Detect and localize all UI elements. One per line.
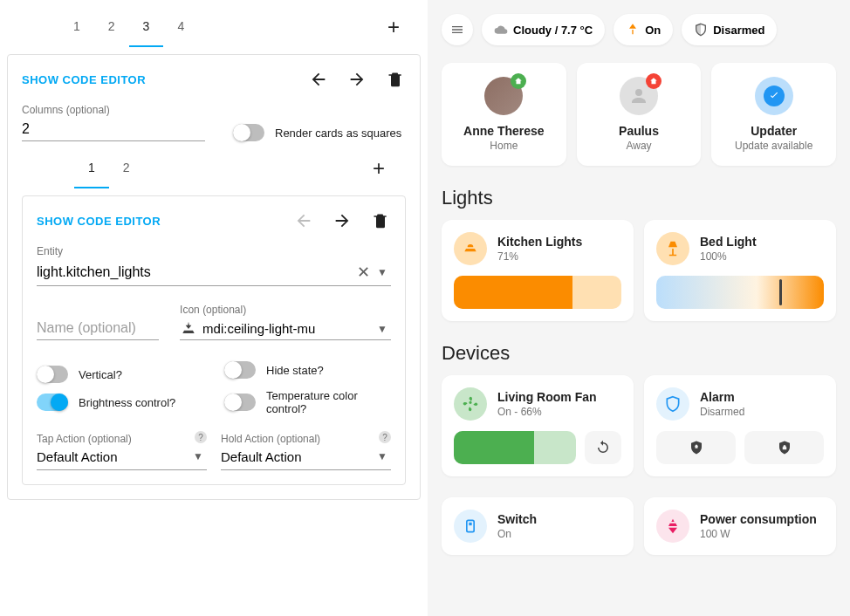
hold-action-label: Hold Action (optional)? [221, 433, 391, 445]
light-card-bed[interactable]: Bed Light 100% [644, 220, 836, 321]
tap-action-select[interactable]: Default Action ▼ [37, 447, 207, 470]
editor-panel: 1 2 3 4 + SHOW CODE EDITOR Columns (opti… [0, 0, 428, 616]
name-input[interactable] [37, 317, 159, 340]
card-sub: 71% [497, 250, 582, 263]
move-left-button[interactable] [308, 69, 329, 90]
help-icon[interactable]: ? [379, 431, 391, 443]
card-title: Power consumption [700, 512, 817, 526]
avatar [755, 77, 793, 115]
entity-label: Entity [37, 245, 391, 257]
hold-action-select[interactable]: Default Action ▼ [221, 447, 391, 470]
move-right-button[interactable] [346, 69, 367, 90]
tab-3[interactable]: 3 [129, 7, 164, 47]
inner-tabs: 1 2 + [22, 148, 406, 188]
inner-add-tab-button[interactable]: + [362, 149, 395, 188]
menu-icon [450, 23, 464, 37]
entity-dropdown-button[interactable]: ▼ [374, 263, 391, 282]
menu-chip[interactable] [442, 14, 473, 45]
tab-2[interactable]: 2 [94, 7, 129, 47]
switch-icon [454, 510, 487, 543]
devices-title: Devices [442, 342, 836, 365]
ceiling-light-icon [454, 232, 487, 265]
svg-rect-1 [469, 523, 471, 525]
person-card-anne[interactable]: Anne Therese Home [442, 63, 566, 166]
icon-dropdown-button[interactable]: ▼ [374, 319, 391, 339]
hide-state-label: Hide state? [266, 364, 324, 377]
card-title: Switch [497, 512, 537, 526]
device-card-fan[interactable]: Living Room Fan On - 66% [442, 375, 634, 476]
columns-label: Columns (optional) [22, 104, 205, 116]
shield-icon [656, 387, 689, 421]
arm-away-button[interactable] [744, 431, 824, 464]
away-badge-icon [646, 73, 661, 89]
hide-state-toggle[interactable] [224, 361, 256, 379]
inner-card-editor: SHOW CODE EDITOR Entity ✕ ▼ Icon (option [22, 195, 406, 485]
columns-input[interactable] [22, 118, 205, 141]
icon-input[interactable] [202, 318, 368, 339]
brightness-label: Brightness control? [79, 396, 175, 409]
inner-move-right-button[interactable] [332, 210, 353, 231]
inner-tab-1[interactable]: 1 [74, 148, 109, 188]
vertical-toggle[interactable] [37, 366, 68, 383]
light-card-kitchen[interactable]: Kitchen Lights 71% [442, 220, 634, 321]
inner-move-left-button[interactable] [293, 210, 314, 231]
tap-action-label: Tap Action (optional)? [37, 433, 207, 445]
tab-1[interactable]: 1 [59, 7, 94, 47]
inner-tab-2[interactable]: 2 [109, 148, 144, 188]
light-chip[interactable]: On [614, 14, 673, 45]
card-sub: 100 W [700, 528, 817, 540]
light-chip-text: On [645, 24, 661, 37]
oscillate-button[interactable] [585, 431, 621, 464]
person-card-updater[interactable]: Updater Update available [711, 63, 836, 166]
inner-delete-button[interactable] [370, 210, 391, 231]
lamp-icon [656, 232, 689, 265]
inner-show-code-button[interactable]: SHOW CODE EDITOR [37, 215, 161, 228]
person-name: Updater [718, 124, 829, 138]
tab-4[interactable]: 4 [163, 7, 198, 47]
vertical-label: Vertical? [79, 368, 122, 381]
lights-title: Lights [442, 187, 836, 209]
person-name: Paulus [584, 124, 695, 138]
cloud-icon [494, 23, 508, 37]
fan-icon [454, 387, 487, 421]
temp-color-toggle[interactable] [224, 394, 256, 411]
card-sub: Disarmed [700, 406, 744, 418]
device-card-switch[interactable]: Switch On [442, 497, 634, 555]
render-squares-toggle[interactable] [233, 124, 264, 141]
temp-color-label: Temperature color control? [266, 389, 391, 415]
svg-rect-0 [467, 520, 474, 531]
lamp-icon [626, 23, 640, 37]
person-status: Home [449, 140, 559, 152]
person-card-paulus[interactable]: Paulus Away [577, 63, 702, 166]
weather-chip[interactable]: Cloudy / 7.7 °C [482, 14, 605, 45]
brightness-slider[interactable] [454, 276, 621, 309]
outer-card-editor: SHOW CODE EDITOR Columns (optional) Rend… [7, 54, 421, 500]
color-temp-slider[interactable] [656, 276, 824, 309]
device-card-power[interactable]: Power consumption 100 W [644, 497, 836, 555]
entity-clear-button[interactable]: ✕ [353, 259, 374, 285]
fan-speed-slider[interactable] [454, 431, 576, 464]
person-status: Away [584, 140, 695, 152]
arm-home-button[interactable] [656, 431, 736, 464]
weather-text: Cloudy / 7.7 °C [513, 24, 593, 37]
person-status: Update available [718, 140, 829, 152]
brightness-toggle[interactable] [37, 394, 68, 411]
alarm-chip-text: Disarmed [713, 24, 764, 37]
icon-label: Icon (optional) [180, 304, 391, 316]
ceiling-light-icon [180, 320, 197, 338]
delete-button[interactable] [385, 69, 406, 90]
card-title: Living Room Fan [497, 390, 597, 404]
help-icon[interactable]: ? [195, 431, 207, 443]
card-title: Alarm [700, 390, 744, 404]
card-sub: 100% [700, 250, 757, 263]
device-card-alarm[interactable]: Alarm Disarmed [644, 375, 836, 476]
card-title: Kitchen Lights [497, 235, 582, 249]
dashboard-preview: Cloudy / 7.7 °C On Disarmed Anne Therese… [428, 0, 850, 616]
render-squares-label: Render cards as squares [275, 127, 401, 140]
add-tab-button[interactable]: + [377, 8, 410, 46]
alarm-chip[interactable]: Disarmed [682, 14, 777, 45]
show-code-editor-button[interactable]: SHOW CODE EDITOR [22, 73, 146, 86]
entity-input[interactable] [37, 261, 353, 284]
outer-tabs: 1 2 3 4 + [7, 7, 421, 47]
transmission-icon [656, 510, 689, 543]
